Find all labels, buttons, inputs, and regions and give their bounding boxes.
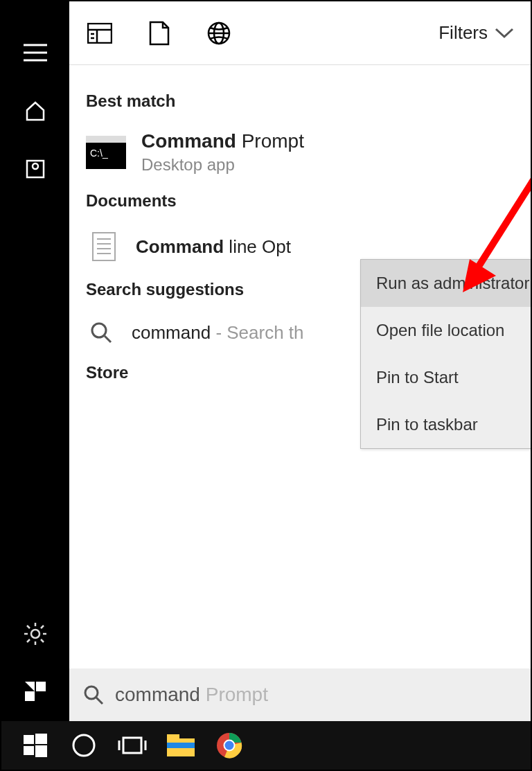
result-title: command - Search th bbox=[132, 322, 304, 344]
context-menu-run-as-admin[interactable]: Run as administrator bbox=[361, 260, 531, 307]
document-icon bbox=[90, 230, 118, 263]
hamburger-icon[interactable] bbox=[21, 39, 49, 67]
camera-icon[interactable] bbox=[21, 155, 49, 183]
taskbar bbox=[1, 721, 531, 770]
search-icon bbox=[87, 319, 115, 346]
chrome-button[interactable] bbox=[205, 721, 254, 770]
svg-rect-42 bbox=[35, 745, 47, 757]
start-sidebar bbox=[1, 1, 69, 721]
search-topbar: Filters bbox=[69, 1, 531, 65]
task-view-button[interactable] bbox=[108, 721, 157, 770]
result-title: Command line Opt bbox=[136, 236, 291, 258]
svg-text:C:\_: C:\_ bbox=[90, 148, 108, 159]
search-icon bbox=[83, 684, 104, 705]
command-prompt-icon: C:\_ bbox=[86, 132, 126, 172]
svg-point-4 bbox=[33, 163, 38, 169]
apps-scope-icon[interactable] bbox=[86, 19, 114, 47]
svg-rect-14 bbox=[25, 691, 35, 701]
start-button[interactable] bbox=[11, 721, 60, 770]
svg-rect-41 bbox=[24, 746, 34, 755]
svg-point-5 bbox=[31, 630, 39, 638]
gear-icon[interactable] bbox=[21, 620, 49, 648]
svg-line-34 bbox=[105, 336, 111, 342]
home-icon[interactable] bbox=[21, 97, 49, 125]
filters-label: Filters bbox=[438, 22, 488, 44]
context-menu-pin-to-taskbar[interactable]: Pin to taskbar bbox=[361, 401, 531, 448]
svg-rect-39 bbox=[24, 735, 34, 744]
svg-point-37 bbox=[85, 686, 98, 699]
filters-dropdown[interactable]: Filters bbox=[438, 22, 514, 44]
svg-rect-44 bbox=[123, 738, 141, 753]
svg-line-11 bbox=[41, 639, 44, 642]
context-menu-pin-to-start[interactable]: Pin to Start bbox=[361, 354, 531, 401]
svg-point-43 bbox=[73, 735, 94, 756]
result-command-prompt[interactable]: C:\_ Command Prompt Desktop app bbox=[86, 123, 514, 181]
search-input[interactable]: command Prompt bbox=[69, 668, 531, 721]
svg-line-12 bbox=[27, 639, 30, 642]
svg-rect-40 bbox=[35, 734, 47, 744]
search-results: Best match C:\_ Command Prompt Desktop a… bbox=[69, 65, 531, 668]
section-documents: Documents bbox=[86, 191, 514, 211]
svg-rect-26 bbox=[86, 136, 126, 143]
svg-rect-49 bbox=[167, 743, 195, 748]
chevron-down-icon bbox=[495, 27, 514, 39]
svg-rect-48 bbox=[167, 734, 179, 741]
context-menu: Run as administrator Open file location … bbox=[360, 259, 531, 449]
svg-point-33 bbox=[92, 324, 106, 337]
svg-line-10 bbox=[27, 626, 30, 628]
svg-line-38 bbox=[96, 698, 103, 704]
file-explorer-button[interactable] bbox=[157, 721, 205, 770]
result-title: Command Prompt bbox=[141, 130, 304, 152]
widgets-icon[interactable] bbox=[21, 678, 49, 706]
svg-line-13 bbox=[41, 626, 44, 628]
search-panel: Filters Best match C:\_ Command Prompt D… bbox=[69, 1, 531, 721]
documents-scope-icon[interactable] bbox=[145, 19, 173, 47]
result-subtitle: Desktop app bbox=[141, 155, 304, 175]
cortana-button[interactable] bbox=[60, 721, 108, 770]
section-best-match: Best match bbox=[86, 91, 514, 111]
web-scope-icon[interactable] bbox=[205, 19, 233, 47]
search-query-text: command Prompt bbox=[115, 684, 268, 706]
svg-marker-16 bbox=[25, 682, 35, 691]
svg-point-52 bbox=[225, 741, 234, 750]
context-menu-open-file-location[interactable]: Open file location bbox=[361, 307, 531, 354]
svg-rect-28 bbox=[93, 233, 115, 260]
svg-rect-15 bbox=[36, 682, 46, 691]
